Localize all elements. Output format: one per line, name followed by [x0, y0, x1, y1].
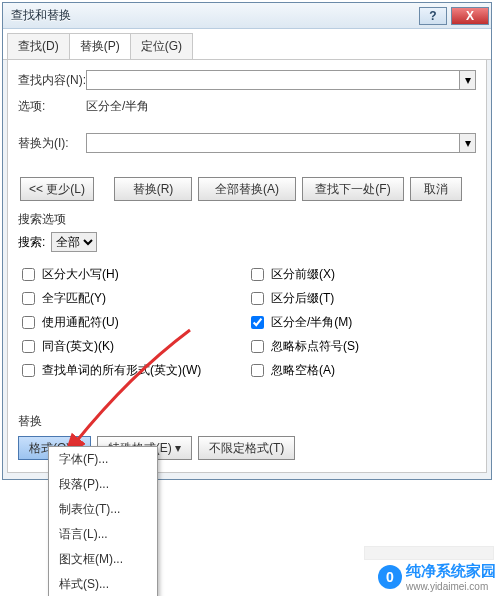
tab-goto[interactable]: 定位(G)	[130, 33, 193, 59]
menu-item[interactable]: 段落(P)...	[49, 472, 157, 497]
tab-replace[interactable]: 替换(P)	[69, 33, 131, 59]
close-icon: X	[466, 9, 474, 23]
chevron-down-icon: ▾	[465, 73, 471, 87]
dialog-body: 查找内容(N): ▾ 选项: 区分全/半角 替换为(I): ▾ << 更少(L)…	[7, 60, 487, 473]
checkbox[interactable]	[22, 340, 35, 353]
checkbox[interactable]	[22, 316, 35, 329]
checkbox-row: 区分全/半角(M)	[247, 313, 476, 332]
find-input[interactable]	[86, 70, 476, 90]
checkbox-label: 忽略标点符号(S)	[271, 338, 359, 355]
background-scrollbar	[364, 546, 494, 560]
watermark-logo-icon: 0	[378, 565, 402, 589]
checkbox-row: 区分大小写(H)	[18, 265, 247, 284]
format-dropdown-menu: 字体(F)...段落(P)...制表位(T)...语言(L)...图文框(M).…	[48, 446, 158, 596]
watermark: 0 纯净系统家园 www.yidaimei.com	[378, 562, 496, 592]
search-scope-label: 搜索:	[18, 234, 45, 251]
checkbox[interactable]	[251, 316, 264, 329]
cancel-button[interactable]: 取消	[410, 177, 462, 201]
menu-item[interactable]: 字体(F)...	[49, 447, 157, 472]
checkbox-row: 同音(英文)(K)	[18, 337, 247, 356]
replace-button[interactable]: 替换(R)	[114, 177, 192, 201]
checkbox-label: 同音(英文)(K)	[42, 338, 114, 355]
checkbox-label: 区分大小写(H)	[42, 266, 119, 283]
checkbox[interactable]	[22, 292, 35, 305]
replace-section-title: 替换	[18, 413, 476, 430]
checkbox-row: 使用通配符(U)	[18, 313, 247, 332]
checkbox[interactable]	[251, 292, 264, 305]
checkbox-row: 查找单词的所有形式(英文)(W)	[18, 361, 247, 380]
menu-item[interactable]: 制表位(T)...	[49, 497, 157, 522]
no-format-button[interactable]: 不限定格式(T)	[198, 436, 295, 460]
replace-label: 替换为(I):	[18, 135, 86, 152]
close-button[interactable]: X	[451, 7, 489, 25]
options-value: 区分全/半角	[86, 98, 149, 115]
watermark-url: www.yidaimei.com	[406, 581, 496, 592]
titlebar[interactable]: 查找和替换 ? X	[3, 3, 491, 29]
checkbox-label: 忽略空格(A)	[271, 362, 335, 379]
checkbox-row: 忽略标点符号(S)	[247, 337, 476, 356]
checkbox-label: 区分后缀(T)	[271, 290, 334, 307]
chevron-down-icon: ▾	[465, 136, 471, 150]
replace-history-dropdown[interactable]: ▾	[459, 134, 475, 152]
find-replace-dialog: 查找和替换 ? X 查找(D) 替换(P) 定位(G) 查找内容(N): ▾ 选…	[2, 2, 492, 480]
find-history-dropdown[interactable]: ▾	[459, 71, 475, 89]
checkbox-row: 忽略空格(A)	[247, 361, 476, 380]
checkbox[interactable]	[251, 268, 264, 281]
checks-left: 区分大小写(H)全字匹配(Y)使用通配符(U)同音(英文)(K)查找单词的所有形…	[18, 260, 247, 385]
find-next-button[interactable]: 查找下一处(F)	[302, 177, 404, 201]
checks-right: 区分前缀(X)区分后缀(T)区分全/半角(M)忽略标点符号(S)忽略空格(A)	[247, 260, 476, 385]
search-scope-select[interactable]: 全部	[51, 232, 97, 252]
less-button[interactable]: << 更少(L)	[20, 177, 94, 201]
checkbox-row: 区分后缀(T)	[247, 289, 476, 308]
replace-all-button[interactable]: 全部替换(A)	[198, 177, 296, 201]
checkbox-row: 区分前缀(X)	[247, 265, 476, 284]
checkbox-label: 全字匹配(Y)	[42, 290, 106, 307]
question-icon: ?	[429, 9, 436, 23]
checkbox[interactable]	[251, 364, 264, 377]
checkbox-label: 查找单词的所有形式(英文)(W)	[42, 362, 201, 379]
dialog-title: 查找和替换	[11, 7, 71, 24]
options-label: 选项:	[18, 98, 86, 115]
checkbox-row: 全字匹配(Y)	[18, 289, 247, 308]
replace-input[interactable]	[86, 133, 476, 153]
checkbox[interactable]	[22, 268, 35, 281]
checkbox[interactable]	[251, 340, 264, 353]
help-button[interactable]: ?	[419, 7, 447, 25]
find-label: 查找内容(N):	[18, 72, 86, 89]
tabbar: 查找(D) 替换(P) 定位(G)	[3, 29, 491, 60]
checkbox-label: 区分全/半角(M)	[271, 314, 352, 331]
watermark-title: 纯净系统家园	[406, 562, 496, 581]
checkbox[interactable]	[22, 364, 35, 377]
checkbox-label: 使用通配符(U)	[42, 314, 119, 331]
tab-find[interactable]: 查找(D)	[7, 33, 70, 59]
menu-item[interactable]: 样式(S)...	[49, 572, 157, 596]
search-options-title: 搜索选项	[18, 211, 476, 228]
checkbox-label: 区分前缀(X)	[271, 266, 335, 283]
menu-item[interactable]: 图文框(M)...	[49, 547, 157, 572]
menu-item[interactable]: 语言(L)...	[49, 522, 157, 547]
